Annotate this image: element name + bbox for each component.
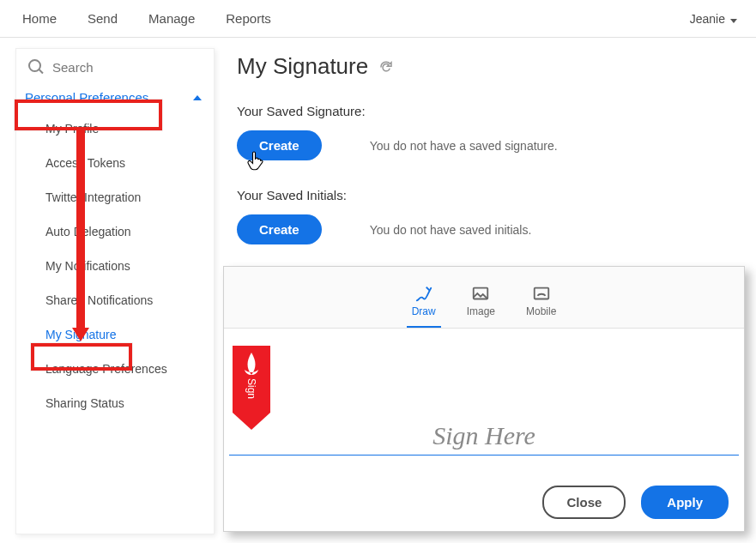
adobe-sign-bookmark: Sign (233, 346, 270, 431)
signature-tabs: Draw Image Mobile (224, 267, 744, 329)
sidebar: Search Personal Preferences My Profile A… (15, 48, 215, 534)
saved-initials-label: Your Saved Initials: (237, 188, 749, 202)
signature-baseline (229, 455, 739, 456)
apply-button[interactable]: Apply (641, 486, 729, 519)
tab-draw-label: Draw (412, 305, 436, 317)
tab-image-label: Image (467, 305, 495, 317)
user-name: Jeanie (690, 12, 725, 26)
top-nav: Home Send Manage Reports Jeanie (0, 0, 756, 38)
mobile-icon (532, 285, 551, 302)
tab-mobile-label: Mobile (526, 305, 556, 317)
sidebar-item-sharee-notifications[interactable]: Sharee Notifications (16, 283, 214, 317)
tab-mobile[interactable]: Mobile (523, 285, 559, 323)
chevron-up-icon (193, 94, 202, 102)
nav-reports[interactable]: Reports (210, 11, 287, 26)
page-title: My Signature (237, 53, 368, 80)
saved-signature-label: Your Saved Signature: (237, 104, 749, 118)
create-signature-button[interactable]: Create (237, 130, 322, 160)
nav-home[interactable]: Home (7, 11, 72, 26)
svg-text:Sign: Sign (245, 378, 257, 399)
sidebar-item-twitter-integration[interactable]: Twitter Integration (16, 180, 214, 214)
pen-icon (414, 285, 433, 302)
sidebar-item-sharing-status[interactable]: Sharing Status (16, 386, 214, 420)
sidebar-item-my-notifications[interactable]: My Notifications (16, 249, 214, 283)
nav-manage[interactable]: Manage (133, 11, 210, 26)
sidebar-item-my-profile[interactable]: My Profile (16, 112, 214, 146)
sidebar-item-my-signature[interactable]: My Signature (16, 317, 214, 352)
nav-send[interactable]: Send (72, 11, 133, 26)
signature-canvas[interactable]: Sign Sign Here (224, 329, 744, 464)
user-menu[interactable]: Jeanie (690, 12, 749, 26)
refresh-icon[interactable] (378, 59, 394, 75)
no-initials-message: You do not have saved initials. (370, 223, 532, 237)
sidebar-item-language-preferences[interactable]: Language Preferences (16, 352, 214, 386)
sidebar-section-personal-preferences[interactable]: Personal Preferences (16, 83, 214, 112)
sidebar-section-label: Personal Preferences (25, 90, 148, 105)
no-signature-message: You do not have a saved signature. (370, 139, 558, 153)
tab-draw[interactable]: Draw (408, 285, 439, 323)
tab-image[interactable]: Image (463, 285, 499, 323)
search-placeholder: Search (52, 60, 94, 75)
search-icon (28, 59, 44, 75)
sign-here-placeholder: Sign Here (224, 421, 744, 450)
create-initials-button[interactable]: Create (237, 214, 322, 244)
signature-dialog: Draw Image Mobile (223, 266, 745, 532)
image-icon (471, 285, 490, 302)
sidebar-item-access-tokens[interactable]: Access Tokens (16, 146, 214, 180)
search-row[interactable]: Search (16, 49, 214, 83)
sidebar-item-auto-delegation[interactable]: Auto Delegation (16, 214, 214, 249)
close-button[interactable]: Close (542, 486, 626, 519)
